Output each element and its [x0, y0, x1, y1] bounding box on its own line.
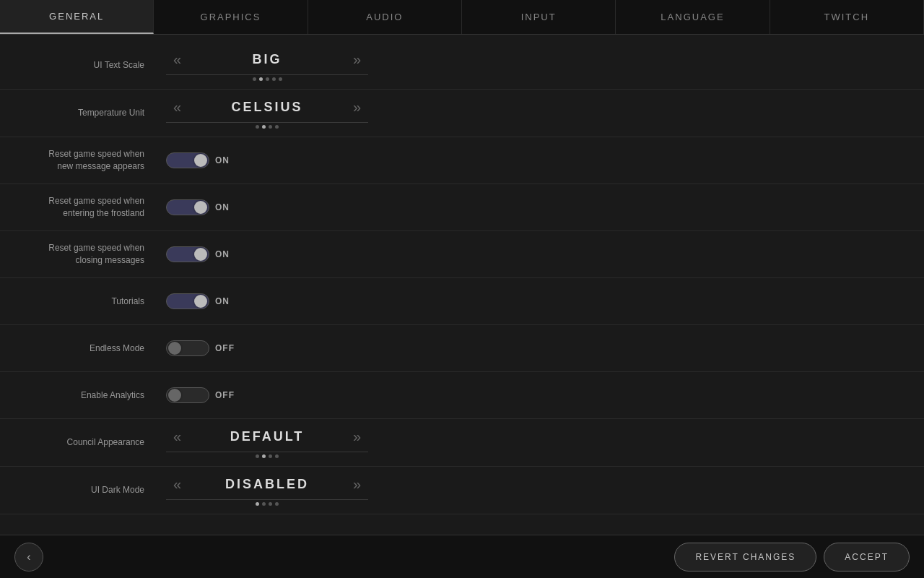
- toggle-label-reset-closing: ON: [215, 249, 230, 259]
- selector-value-ui-text-scale: BIG: [188, 52, 346, 67]
- toggle-reset-frostland[interactable]: ON: [166, 199, 230, 215]
- toggle-reset-new-message[interactable]: ON: [166, 152, 230, 168]
- selector-value-ui-dark-mode: DISABLED: [188, 477, 346, 492]
- selector-value-council-appearance: DEFAULT: [188, 429, 346, 444]
- selector-right-ui-text-scale[interactable]: [346, 48, 368, 72]
- selector-right-temperature-unit[interactable]: [346, 95, 368, 119]
- settings-content: UI Text ScaleBIGTemperature UnitCELSIUSR…: [0, 35, 924, 535]
- toggle-label-reset-frostland: ON: [215, 202, 230, 212]
- dot: [256, 502, 259, 506]
- setting-control-ui-text-scale: BIG: [166, 48, 924, 83]
- setting-control-reset-closing: ON: [166, 246, 924, 262]
- setting-row-reset-frostland: Reset game speed whenentering the frostl…: [0, 184, 924, 231]
- setting-label-tutorials: Tutorials: [0, 296, 166, 308]
- setting-control-temperature-unit: CELSIUS: [166, 95, 924, 131]
- tab-graphics[interactable]: GRAPHICS: [154, 0, 308, 34]
- setting-label-ui-dark-mode: UI Dark Mode: [0, 484, 166, 496]
- setting-control-reset-new-message: ON: [166, 152, 924, 168]
- selector-right-council-appearance[interactable]: [346, 425, 368, 449]
- toggle-track-tutorials[interactable]: [166, 293, 209, 309]
- selector-left-ui-dark-mode[interactable]: [166, 473, 188, 496]
- dot: [253, 77, 256, 81]
- selector-dots-temperature-unit: [256, 125, 279, 131]
- setting-row-reset-closing: Reset game speed whenclosing messagesON: [0, 231, 924, 278]
- tab-general[interactable]: GENERAL: [0, 0, 154, 34]
- dot: [279, 77, 282, 81]
- selector-dots-ui-text-scale: [253, 77, 282, 83]
- setting-label-endless-mode: Endless Mode: [0, 342, 166, 355]
- setting-row-tutorials: TutorialsON: [0, 278, 924, 325]
- selector-value-temperature-unit: CELSIUS: [188, 100, 346, 115]
- setting-label-enable-analytics: Enable Analytics: [0, 389, 166, 402]
- setting-row-reset-new-message: Reset game speed whennew message appears…: [0, 137, 924, 184]
- toggle-label-tutorials: ON: [215, 296, 230, 306]
- setting-control-council-appearance: DEFAULT: [166, 425, 924, 460]
- toggle-thumb-endless-mode: [168, 342, 181, 355]
- revert-changes-button[interactable]: REVERT CHANGES: [674, 543, 816, 571]
- toggle-tutorials[interactable]: ON: [166, 293, 230, 309]
- back-button[interactable]: ‹: [14, 543, 43, 571]
- toggle-thumb-enable-analytics: [168, 389, 181, 402]
- setting-label-temperature-unit: Temperature Unit: [0, 107, 166, 119]
- toggle-label-endless-mode: OFF: [215, 343, 235, 353]
- selector-divider-council-appearance: [166, 452, 368, 452]
- dot: [262, 454, 266, 458]
- toggle-label-reset-new-message: ON: [215, 155, 230, 165]
- setting-control-tutorials: ON: [166, 293, 924, 309]
- selector-divider-ui-text-scale: [166, 74, 368, 75]
- toggle-thumb-reset-new-message: [194, 154, 207, 167]
- dot: [256, 454, 259, 458]
- toggle-track-reset-frostland[interactable]: [166, 199, 209, 215]
- dot: [269, 125, 272, 129]
- setting-row-enable-analytics: Enable AnalyticsOFF: [0, 372, 924, 419]
- setting-label-reset-frostland: Reset game speed whenentering the frostl…: [0, 195, 166, 220]
- tab-audio[interactable]: AUDIO: [308, 0, 462, 34]
- setting-row-ui-dark-mode: UI Dark ModeDISABLED: [0, 467, 924, 514]
- dot: [275, 454, 279, 458]
- dot: [275, 502, 279, 506]
- setting-control-reset-frostland: ON: [166, 199, 924, 215]
- setting-row-endless-mode: Endless ModeOFF: [0, 325, 924, 372]
- toggle-track-reset-new-message[interactable]: [166, 152, 209, 168]
- dot: [262, 125, 266, 129]
- dot: [269, 454, 272, 458]
- setting-control-enable-analytics: OFF: [166, 387, 924, 403]
- toggle-track-reset-closing[interactable]: [166, 246, 209, 262]
- toggle-reset-closing[interactable]: ON: [166, 246, 230, 262]
- toggle-track-enable-analytics[interactable]: [166, 387, 209, 403]
- selector-right-ui-dark-mode[interactable]: [346, 473, 368, 496]
- dot: [266, 77, 269, 81]
- selector-divider-ui-dark-mode: [166, 499, 368, 500]
- setting-control-ui-dark-mode: DISABLED: [166, 473, 924, 508]
- selector-ui-text-scale: BIG: [166, 48, 368, 83]
- nav-tabs: GENERALGRAPHICSAUDIOINPUTLANGUAGETWITCH: [0, 0, 924, 35]
- toggle-endless-mode[interactable]: OFF: [166, 340, 235, 356]
- selector-left-ui-text-scale[interactable]: [166, 48, 188, 72]
- tab-twitch[interactable]: TWITCH: [770, 0, 924, 34]
- setting-row-ui-text-scale: UI Text ScaleBIG: [0, 42, 924, 90]
- toggle-label-enable-analytics: OFF: [215, 390, 235, 400]
- dot: [256, 125, 259, 129]
- selector-council-appearance: DEFAULT: [166, 425, 368, 460]
- toggle-enable-analytics[interactable]: OFF: [166, 387, 235, 403]
- toggle-track-endless-mode[interactable]: [166, 340, 209, 356]
- selector-dots-ui-dark-mode: [256, 502, 279, 508]
- tab-input[interactable]: INPUT: [462, 0, 616, 34]
- setting-label-council-appearance: Council Appearance: [0, 436, 166, 449]
- setting-label-ui-text-scale: UI Text Scale: [0, 59, 166, 72]
- selector-left-temperature-unit[interactable]: [166, 95, 188, 119]
- selector-temperature-unit: CELSIUS: [166, 95, 368, 131]
- dot: [269, 502, 272, 506]
- dot: [262, 502, 266, 506]
- setting-row-temperature-unit: Temperature UnitCELSIUS: [0, 90, 924, 137]
- accept-button[interactable]: ACCEPT: [824, 543, 910, 571]
- bottom-bar: ‹ REVERT CHANGES ACCEPT: [0, 535, 924, 578]
- dot: [272, 77, 276, 81]
- setting-row-council-appearance: Council AppearanceDEFAULT: [0, 419, 924, 467]
- selector-dots-council-appearance: [256, 454, 279, 460]
- setting-label-reset-new-message: Reset game speed whennew message appears: [0, 148, 166, 173]
- tab-language[interactable]: LANGUAGE: [616, 0, 770, 34]
- dot: [275, 125, 279, 129]
- selector-left-council-appearance[interactable]: [166, 425, 188, 449]
- dot: [259, 77, 263, 81]
